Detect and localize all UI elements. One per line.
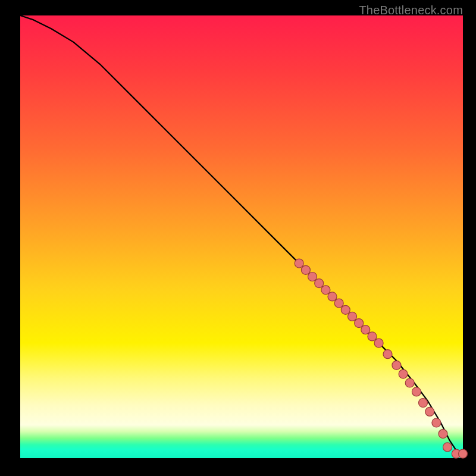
data-point [295, 259, 303, 268]
curve-line [20, 15, 463, 454]
data-point [321, 286, 330, 295]
data-point [355, 319, 364, 328]
data-point [308, 273, 317, 281]
data-point [432, 418, 441, 427]
data-point [392, 361, 401, 369]
data-point [301, 265, 310, 274]
data-points [295, 259, 467, 458]
chart-overlay [20, 15, 463, 458]
data-point [425, 407, 434, 416]
data-point [399, 369, 408, 378]
data-point [412, 387, 421, 396]
data-point [383, 350, 392, 359]
data-point [348, 312, 357, 321]
data-point [459, 449, 468, 458]
data-point [361, 325, 370, 334]
attribution-text: TheBottleneck.com [359, 4, 463, 17]
data-point [439, 430, 447, 439]
plot-area [20, 15, 463, 458]
data-point [374, 339, 383, 347]
data-point [341, 305, 350, 314]
data-point [368, 332, 377, 341]
chart-frame: TheBottleneck.com [0, 0, 476, 476]
data-point [315, 279, 324, 288]
data-point [334, 299, 343, 308]
data-point [405, 378, 414, 387]
data-point [443, 443, 452, 452]
data-point [419, 399, 428, 408]
data-point [328, 292, 337, 301]
